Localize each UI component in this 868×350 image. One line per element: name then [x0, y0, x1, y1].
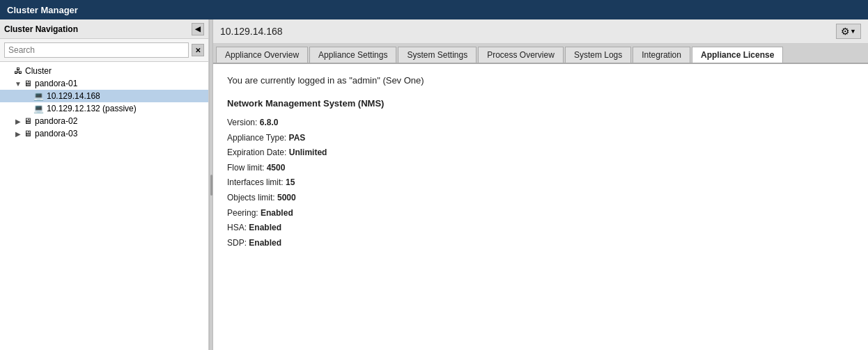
tab-process-overview[interactable]: Process Overview [478, 47, 564, 63]
license-field: Peering: Enabled [227, 206, 854, 221]
content-area: 10.129.14.168 ⚙ ▼ Appliance OverviewAppl… [213, 19, 868, 350]
field-label: Expiration Date: [227, 148, 289, 157]
tree-item-pandora-03[interactable]: ▶🖥pandora-03 [0, 127, 208, 140]
tree-item-cluster[interactable]: 🖧Cluster [0, 65, 208, 77]
tab-system-settings[interactable]: System Settings [398, 47, 476, 63]
license-field: Appliance Type: PAS [227, 131, 854, 146]
field-value: Enabled [261, 208, 293, 218]
tree-item-10.129.12.132[interactable]: 💻10.129.12.132 (passive) [0, 102, 208, 115]
gear-area: ⚙ ▼ [836, 24, 861, 39]
field-label: Flow limit: [227, 163, 267, 173]
sidebar-collapse-button[interactable]: ◀ [192, 23, 204, 35]
license-field: Interfaces limit: 15 [227, 175, 854, 191]
tree-icon-10.129.14.168: 💻 [33, 91, 44, 101]
field-value: 4500 [267, 163, 286, 173]
field-value: Enabled [249, 223, 281, 232]
field-value: 5000 [277, 193, 296, 202]
license-field: SDP: Enabled [227, 236, 854, 251]
splitter-handle [210, 175, 212, 196]
tree-toggle-pandora-01[interactable]: ▼ [14, 80, 22, 88]
tree-icon-pandora-02: 🖥 [24, 116, 32, 126]
field-value: Enabled [249, 238, 281, 248]
tab-system-logs[interactable]: System Logs [565, 47, 631, 63]
collapse-icon: ◀ [195, 25, 201, 33]
gear-icon: ⚙ [841, 26, 850, 37]
tree-icon-pandora-01: 🖥 [24, 79, 32, 88]
main-layout: Cluster Navigation ◀ ✕ 🖧Cluster▼🖥pandora… [0, 19, 868, 350]
sidebar-header: Cluster Navigation ◀ [0, 19, 208, 39]
section-title: Network Management System (NMS) [227, 98, 854, 109]
main-content: You are currently logged in as "admin" (… [213, 64, 868, 350]
tree-label-pandora-01: pandora-01 [35, 79, 77, 88]
app-title: Cluster Manager [7, 5, 78, 15]
search-clear-button[interactable]: ✕ [192, 44, 204, 56]
sidebar: Cluster Navigation ◀ ✕ 🖧Cluster▼🖥pandora… [0, 19, 209, 350]
tree-item-10.129.14.168[interactable]: 💻10.129.14.168 [0, 90, 208, 102]
tree-label-10.129.14.168: 10.129.14.168 [47, 91, 100, 101]
field-label: Appliance Type: [227, 133, 289, 143]
tree-item-pandora-01[interactable]: ▼🖥pandora-01 [0, 77, 208, 90]
content-title: 10.129.14.168 [220, 26, 283, 37]
tree-icon-cluster: 🖧 [14, 66, 22, 76]
gear-dropdown-icon: ▼ [850, 28, 856, 35]
tab-appliance-license[interactable]: Appliance License [692, 47, 783, 64]
tree-item-pandora-02[interactable]: ▶🖥pandora-02 [0, 115, 208, 127]
field-value: PAS [289, 133, 306, 143]
license-field: Version: 6.8.0 [227, 116, 854, 131]
tab-appliance-settings[interactable]: Appliance Settings [309, 47, 396, 63]
navigation-tree: 🖧Cluster▼🖥pandora-01💻10.129.14.168💻10.12… [0, 62, 208, 350]
tree-toggle-pandora-03[interactable]: ▶ [14, 130, 22, 138]
license-fields: Version: 6.8.0Appliance Type: PASExpirat… [227, 116, 854, 250]
field-value: 15 [286, 177, 295, 187]
search-bar: ✕ [0, 39, 208, 62]
field-label: Peering: [227, 208, 261, 218]
tree-label-pandora-02: pandora-02 [35, 116, 77, 126]
tree-toggle-pandora-02[interactable]: ▶ [14, 118, 22, 125]
license-field: HSA: Enabled [227, 221, 854, 236]
field-label: SDP: [227, 238, 249, 248]
license-field: Expiration Date: Unlimited [227, 145, 854, 161]
title-bar: Cluster Manager [0, 0, 868, 19]
clear-icon: ✕ [195, 47, 201, 54]
sidebar-title: Cluster Navigation [4, 24, 78, 34]
tab-integration[interactable]: Integration [633, 47, 690, 63]
tree-label-pandora-03: pandora-03 [35, 129, 77, 138]
tree-icon-pandora-03: 🖥 [24, 129, 32, 138]
field-value: Unlimited [289, 148, 327, 157]
field-label: Objects limit: [227, 193, 277, 202]
license-field: Objects limit: 5000 [227, 191, 854, 206]
tree-label-cluster: Cluster [25, 66, 52, 76]
field-value: 6.8.0 [260, 118, 279, 127]
login-info: You are currently logged in as "admin" (… [227, 75, 854, 86]
gear-button[interactable]: ⚙ ▼ [836, 24, 861, 39]
tree-icon-10.129.12.132: 💻 [33, 104, 44, 113]
field-label: HSA: [227, 223, 249, 232]
field-label: Version: [227, 118, 260, 127]
tabs-bar: Appliance OverviewAppliance SettingsSyst… [213, 44, 868, 64]
search-input[interactable] [4, 42, 189, 58]
tree-label-10.129.12.132: 10.129.12.132 (passive) [47, 104, 137, 113]
tab-appliance-overview[interactable]: Appliance Overview [216, 47, 308, 63]
content-header: 10.129.14.168 ⚙ ▼ [213, 19, 868, 44]
license-field: Flow limit: 4500 [227, 161, 854, 176]
field-label: Interfaces limit: [227, 177, 286, 187]
